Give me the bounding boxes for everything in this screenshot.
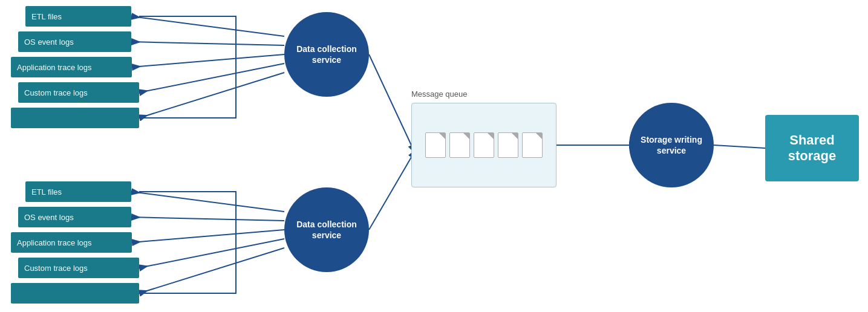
doc-icon-3 (474, 132, 494, 158)
app-trace-logs-bot: Application trace logs (11, 232, 132, 253)
svg-line-13 (369, 157, 411, 230)
custom-trace-logs-bot: Custom trace logs (18, 258, 139, 278)
svg-line-9 (131, 217, 284, 221)
svg-line-11 (139, 239, 284, 268)
doc-icons-group (412, 103, 556, 187)
svg-line-6 (139, 73, 284, 118)
svg-line-5 (139, 63, 284, 93)
doc-icon-5 (522, 132, 543, 158)
etl-files-bot: ETL files (25, 181, 131, 202)
svg-line-3 (131, 42, 284, 45)
etl-files-top: ETL files (25, 6, 131, 27)
os-event-logs-bot: OS event logs (18, 207, 131, 227)
architecture-diagram: ETL files OS event logs Application trac… (0, 0, 868, 312)
os-event-logs-top: OS event logs (18, 31, 131, 52)
doc-icon-2 (449, 132, 470, 158)
svg-line-10 (132, 230, 284, 242)
svg-line-7 (369, 54, 411, 145)
svg-line-2 (131, 16, 284, 36)
data-collection-circle-bot: Data collection service (284, 187, 369, 272)
bottom-spacer-top (11, 108, 139, 128)
doc-icon-1 (425, 132, 446, 158)
svg-line-8 (131, 192, 284, 212)
svg-line-15 (714, 145, 765, 148)
bottom-spacer-bot (11, 283, 139, 304)
svg-line-4 (132, 54, 284, 67)
data-collection-circle-top: Data collection service (284, 12, 369, 97)
svg-line-12 (139, 248, 284, 293)
doc-icon-4 (498, 132, 518, 158)
custom-trace-logs-top: Custom trace logs (18, 82, 139, 103)
app-trace-logs-top: Application trace logs (11, 57, 132, 77)
shared-storage-box: Shared storage (765, 115, 859, 181)
storage-writing-circle: Storage writing service (629, 103, 714, 187)
message-queue-box (411, 103, 556, 187)
message-queue-label: Message queue (411, 89, 468, 99)
